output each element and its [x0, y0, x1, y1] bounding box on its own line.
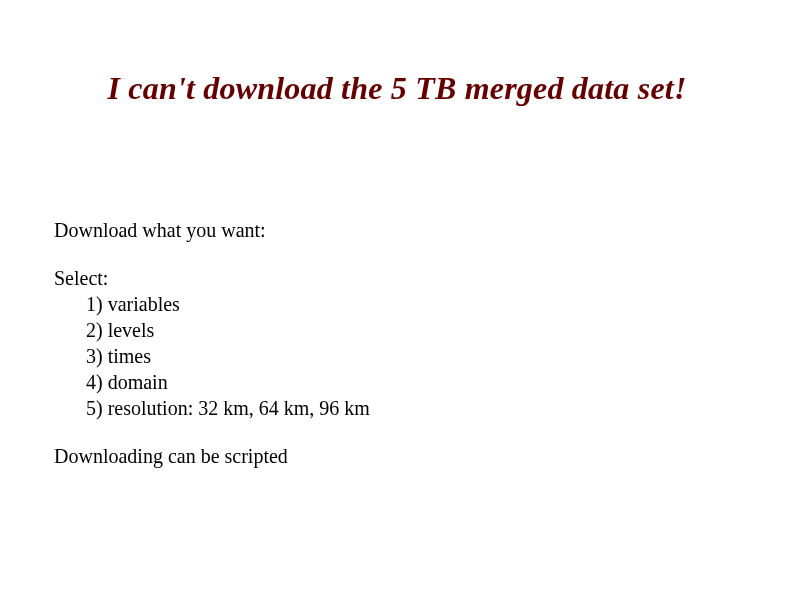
list-item: 5) resolution: 32 km, 64 km, 96 km [86, 395, 740, 421]
list-item: 3) times [86, 343, 740, 369]
slide-body: Download what you want: Select: 1) varia… [54, 217, 740, 469]
slide-container: I can't download the 5 TB merged data se… [0, 0, 794, 469]
select-list: 1) variables 2) levels 3) times 4) domai… [54, 291, 740, 421]
list-item: 4) domain [86, 369, 740, 395]
footer-text: Downloading can be scripted [54, 443, 740, 469]
select-label: Select: [54, 265, 740, 291]
list-item: 1) variables [86, 291, 740, 317]
list-item: 2) levels [86, 317, 740, 343]
intro-text: Download what you want: [54, 217, 740, 243]
slide-title: I can't download the 5 TB merged data se… [54, 70, 740, 107]
